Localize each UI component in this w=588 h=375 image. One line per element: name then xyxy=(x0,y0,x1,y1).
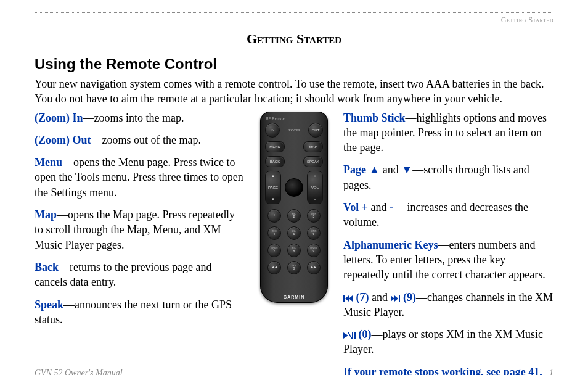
svg-marker-4 xyxy=(394,295,398,302)
desc-page: Page ▲ and ▼—scrolls through lists and p… xyxy=(343,162,553,192)
remote-key-1: ABC2 xyxy=(287,209,301,223)
desc-back: Back—returns to the previous page and ca… xyxy=(35,260,245,290)
intro-paragraph: Your new navigation system comes with a … xyxy=(35,76,553,107)
remote-btn-out: OUT xyxy=(308,123,323,138)
remote-brand: GARMIN xyxy=(260,295,328,299)
remote-btn-speak: SPEAK xyxy=(303,156,323,167)
svg-rect-5 xyxy=(399,295,400,302)
section-title: Getting Started xyxy=(35,31,553,47)
remote-btn-map: MAP xyxy=(303,141,323,152)
desc-map: Map—opens the Map page. Press repeatedly… xyxy=(35,207,245,252)
remote-key-6: PQRS7 xyxy=(267,244,281,257)
header-breadcrumb: Getting Started xyxy=(35,15,553,25)
term-vol-plus: Vol + xyxy=(343,201,371,213)
remote-key-5: MNO6 xyxy=(307,226,321,240)
term-back: Back xyxy=(35,261,59,273)
desc-zoom-out: (Zoom) Out—zooms out of the map. xyxy=(35,133,245,147)
desc-thumb-stick: Thumb Stick—highlights options and moves… xyxy=(343,110,553,155)
fast-forward-icon xyxy=(391,295,401,302)
desc-speak: Speak—announces the next turn or the GPS… xyxy=(35,297,245,328)
remote-key-8: WXYZ9 xyxy=(307,244,321,257)
remote-key-7: TUV8 xyxy=(287,244,301,257)
term-zoom-out: (Zoom) Out xyxy=(35,134,91,146)
triangle-up-icon: ▲ xyxy=(369,163,380,176)
remote-rocker-vol: + VOL − xyxy=(307,171,323,204)
svg-marker-1 xyxy=(345,295,349,302)
remote-key-10: ►II0 xyxy=(287,261,301,274)
term-key-0: (0) xyxy=(356,328,372,340)
desc-vol: Vol + and - —increases and decreases the… xyxy=(343,200,553,230)
footer-manual-title: GVN 52 Owner's Manual xyxy=(35,368,123,375)
term-page: Page xyxy=(343,163,369,176)
term-thumb-stick: Thumb Stick xyxy=(343,112,406,124)
left-column: (Zoom) In—zooms into the map. (Zoom) Out… xyxy=(35,110,245,375)
svg-marker-6 xyxy=(343,332,348,339)
desc-zero: (0)—plays or stops XM in the XM Music Pl… xyxy=(343,327,553,357)
footer-page-number: 1 xyxy=(549,368,553,375)
remote-key-9: ◄◄ xyxy=(267,261,281,274)
desc-seven-nine: (7) and (9)—changes channels in the XM M… xyxy=(343,290,553,320)
subheading: Using the Remote Control xyxy=(35,56,553,73)
remote-key-4: JKL5 xyxy=(287,226,301,240)
svg-marker-3 xyxy=(391,295,394,302)
triangle-down-icon: ▼ xyxy=(401,163,412,176)
term-speak: Speak xyxy=(35,299,63,311)
remote-thumb-stick xyxy=(285,178,303,197)
remote-key-3: GHI4 xyxy=(267,226,281,240)
term-key-9: (9) xyxy=(401,291,417,303)
term-key-7: (7) xyxy=(353,291,369,303)
desc-menu: Menu—opens the Menu page. Press twice to… xyxy=(35,155,245,200)
remote-btn-in: IN xyxy=(265,123,280,138)
term-map: Map xyxy=(35,208,57,221)
term-alpha-keys: Alphanumeric Keys xyxy=(343,239,438,251)
term-menu: Menu xyxy=(35,156,62,168)
play-pause-icon xyxy=(343,332,356,339)
remote-key-0: 1 xyxy=(267,209,281,223)
right-column: Thumb Stick—highlights options and moves… xyxy=(343,110,553,375)
svg-rect-0 xyxy=(343,295,345,302)
term-zoom-in: (Zoom) In xyxy=(35,112,83,124)
svg-rect-8 xyxy=(352,332,353,339)
remote-rocker-page: ▲ PAGE ▼ xyxy=(265,171,281,204)
remote-key-2: DEF3 xyxy=(307,209,321,223)
remote-illustration: RF Remote IN ZOOM OUT MENU MAP BACK SPEA… xyxy=(253,110,335,375)
rewind-icon xyxy=(343,295,353,302)
desc-alpha-keys: Alphanumeric Keys—enters numbers and let… xyxy=(343,237,553,282)
svg-line-7 xyxy=(348,332,352,339)
svg-marker-2 xyxy=(349,295,353,302)
remote-btn-back: BACK xyxy=(265,156,285,167)
desc-zoom-in: (Zoom) In—zooms into the map. xyxy=(35,110,245,125)
remote-key-11: ►► xyxy=(307,261,321,274)
remote-btn-menu: MENU xyxy=(265,141,285,152)
